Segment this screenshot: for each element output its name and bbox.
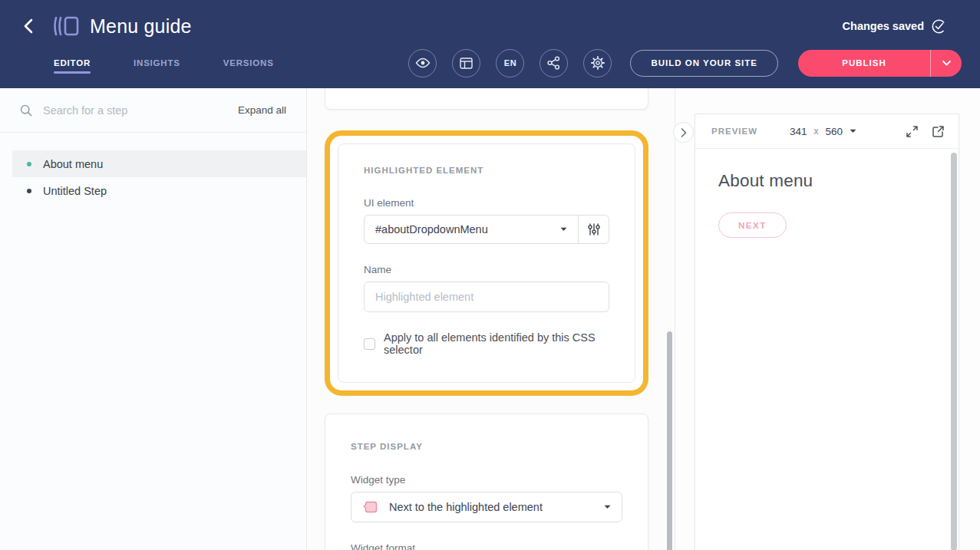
tab-insights[interactable]: INSIGHTS <box>134 43 180 83</box>
widget-format-label: Widget format <box>351 542 622 550</box>
tab-versions[interactable]: VERSIONS <box>223 43 274 83</box>
tooltip-widget-icon <box>362 499 378 515</box>
widget-type-label: Widget type <box>351 474 622 486</box>
highlighted-element-name-input[interactable] <box>364 282 609 312</box>
publish-split-button: PUBLISH <box>798 50 962 77</box>
layout-button[interactable] <box>452 49 480 77</box>
preview-scrollbar-thumb[interactable] <box>951 153 957 550</box>
publish-dropdown-button[interactable] <box>931 61 962 66</box>
publish-button[interactable]: PUBLISH <box>798 58 930 68</box>
external-link-icon <box>932 125 945 138</box>
step-search-row: Expand all <box>0 88 306 133</box>
preview-panel: PREVIEW 341 x 560 <box>695 114 959 550</box>
chevron-left-icon <box>23 18 33 34</box>
fullscreen-preview-button[interactable] <box>906 125 919 138</box>
step-label: Untitled Step <box>43 185 107 197</box>
chevron-down-icon <box>604 505 611 509</box>
sliders-icon <box>587 222 601 236</box>
preview-step-heading: About menu <box>718 171 959 191</box>
preview-title: PREVIEW <box>711 127 757 136</box>
language-button[interactable]: EN <box>496 49 524 77</box>
layout-icon <box>460 58 473 69</box>
step-status-dot <box>27 189 31 193</box>
editor-tabs: EDITOR INSIGHTS VERSIONS <box>54 43 274 83</box>
step-item-untitled-step[interactable]: Untitled Step <box>0 177 306 204</box>
step-status-dot <box>27 162 31 166</box>
preview-height-value: 560 <box>826 126 843 137</box>
gear-icon <box>591 56 605 70</box>
step-settings-panel: HIGHLIGHTED ELEMENT UI element #aboutDro… <box>307 88 675 550</box>
save-status: Changes saved <box>843 19 946 34</box>
ui-element-select-group: #aboutDropdownMenu <box>364 215 609 244</box>
chevron-down-icon <box>850 129 856 133</box>
element-settings-button[interactable] <box>578 216 609 243</box>
editor-scrollbar-thumb[interactable] <box>667 331 672 550</box>
chevron-down-icon <box>560 227 567 232</box>
previous-settings-card-partial <box>325 88 648 110</box>
app-logo-icon <box>53 15 79 37</box>
share-button[interactable] <box>539 49 568 77</box>
app-window: Menu guide Changes saved EDITOR INSIGHTS… <box>0 0 980 550</box>
step-list: About menu Untitled Step <box>0 133 306 204</box>
apply-to-all-checkbox-row[interactable]: Apply to all elements identified by this… <box>364 331 609 356</box>
expand-diagonal-icon <box>906 125 919 138</box>
step-display-card: STEP DISPLAY Widget type Next to the hig… <box>325 413 648 550</box>
topbar: Menu guide Changes saved EDITOR INSIGHTS… <box>0 0 980 88</box>
section-title-highlighted-element: HIGHLIGHTED ELEMENT <box>364 166 609 175</box>
open-in-new-tab-button[interactable] <box>932 125 945 138</box>
widget-type-value: Next to the highlighted element <box>389 501 604 513</box>
back-button[interactable] <box>20 15 36 37</box>
build-on-your-site-button[interactable]: BUILD ON YOUR SITE <box>630 50 778 77</box>
tab-editor[interactable]: EDITOR <box>54 43 91 83</box>
widget-type-select[interactable]: Next to the highlighted element <box>351 492 622 522</box>
preview-next-button[interactable]: NEXT <box>718 212 787 238</box>
highlighted-element-outline: HIGHLIGHTED ELEMENT UI element #aboutDro… <box>325 130 648 396</box>
collapse-panel-button[interactable] <box>673 122 694 143</box>
ui-element-select[interactable]: #aboutDropdownMenu <box>365 216 578 243</box>
ui-element-value: #aboutDropdownMenu <box>375 223 560 235</box>
preview-width-value: 341 <box>790 126 807 137</box>
settings-button[interactable] <box>583 49 612 77</box>
page-title: Menu guide <box>90 15 192 38</box>
apply-to-all-checkbox[interactable] <box>364 338 375 350</box>
preview-content: About menu NEXT <box>695 149 959 550</box>
save-status-label: Changes saved <box>843 20 924 32</box>
step-label: About menu <box>43 158 103 170</box>
chevron-down-icon <box>942 61 951 66</box>
preview-header: PREVIEW 341 x 560 <box>695 114 959 149</box>
chevron-right-icon <box>681 128 687 137</box>
search-icon <box>20 104 32 117</box>
preview-region: PREVIEW 341 x 560 <box>675 88 980 550</box>
step-item-about-menu[interactable]: About menu <box>12 150 306 177</box>
highlighted-element-card: HIGHLIGHTED ELEMENT UI element #aboutDro… <box>338 143 635 383</box>
language-badge: EN <box>504 58 516 68</box>
share-icon <box>547 56 560 70</box>
expand-all-button[interactable]: Expand all <box>238 104 286 116</box>
preview-eye-button[interactable] <box>408 49 437 77</box>
preview-size-separator: x <box>814 126 819 137</box>
apply-to-all-label: Apply to all elements identified by this… <box>384 331 609 356</box>
ui-element-label: UI element <box>364 197 609 209</box>
eye-icon <box>415 58 431 68</box>
name-label: Name <box>364 264 609 275</box>
section-title-step-display: STEP DISPLAY <box>351 442 622 451</box>
preview-size-select[interactable]: 341 x 560 <box>790 126 856 137</box>
step-search-input[interactable] <box>43 104 166 117</box>
check-circle-icon <box>932 19 946 34</box>
steps-sidebar: Expand all About menu Untitled Step <box>0 88 307 550</box>
